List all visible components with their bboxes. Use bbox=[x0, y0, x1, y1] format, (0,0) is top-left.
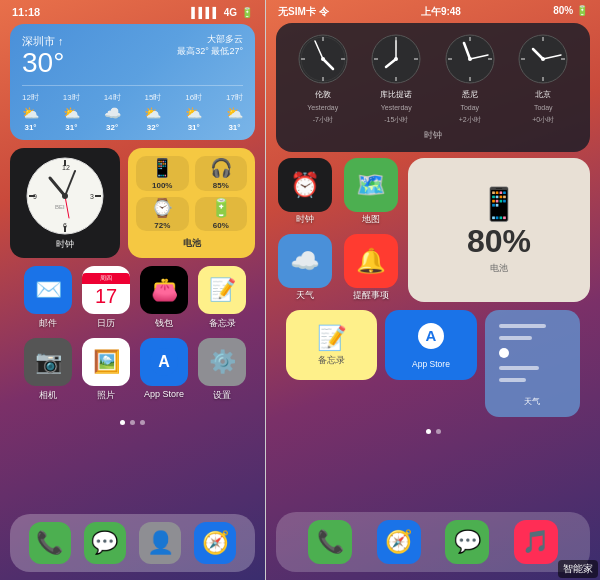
notes-widget-right[interactable]: 📝 备忘录 bbox=[286, 310, 377, 380]
dot-right-2 bbox=[436, 429, 441, 434]
svg-point-40 bbox=[468, 57, 472, 61]
weather-lines-widget-right[interactable]: 天气 bbox=[485, 310, 580, 417]
app-label-camera: 相机 bbox=[39, 389, 57, 402]
weather-line-2 bbox=[499, 336, 566, 340]
dock-right: 📞 🧭 💬 🎵 bbox=[276, 512, 590, 572]
app-camera[interactable]: 📷 相机 bbox=[24, 338, 72, 402]
dock-icon-phone-right: 📞 bbox=[308, 520, 352, 564]
battery-label-right: 电池 bbox=[490, 262, 508, 275]
notes-icon-right: 📝 bbox=[317, 324, 347, 352]
appstore-widget-right[interactable]: A App Store bbox=[385, 310, 476, 380]
dot-right-1 bbox=[426, 429, 431, 434]
forecast-14: 14时 ☁️ 32° bbox=[104, 92, 121, 132]
weather-lines-label: 天气 bbox=[495, 396, 570, 407]
app-reminders-right[interactable]: 🔔 提醒事项 bbox=[342, 234, 400, 302]
app-wallet[interactable]: 👛 钱包 bbox=[140, 266, 188, 330]
svg-text:BEI: BEI bbox=[55, 204, 65, 210]
app-calendar[interactable]: 周四 17 日历 bbox=[82, 266, 130, 330]
svg-text:A: A bbox=[426, 327, 437, 344]
app-label-appstore-left: App Store bbox=[144, 389, 184, 399]
app-label-mail: 邮件 bbox=[39, 317, 57, 330]
london-name: 伦敦 bbox=[315, 89, 331, 100]
svg-text:12: 12 bbox=[62, 164, 70, 171]
weather-temp: 30° bbox=[22, 49, 64, 77]
weather-desc: 大部多云最高32° 最低27° bbox=[177, 34, 243, 57]
carrier-right: 无SIM卡 令 bbox=[278, 5, 329, 19]
forecast-13: 13时 ⛅ 31° bbox=[63, 92, 80, 132]
appstore-label-right: App Store bbox=[412, 359, 450, 369]
right-app-section: ⏰ 时钟 ☁️ 天气 🗺️ 地图 🔔 提醒事项 bbox=[266, 158, 600, 417]
clock-widget-left[interactable]: 12 3 6 9 BEI 时钟 bbox=[10, 148, 120, 258]
clock-london: 伦敦 Yesterday -7小时 bbox=[297, 33, 349, 125]
app-label-notes-left: 备忘录 bbox=[209, 317, 236, 330]
app-icon-photos: 🖼️ bbox=[82, 338, 130, 386]
app-maps-right[interactable]: 🗺️ 地图 bbox=[342, 158, 400, 226]
battery-item-earbuds: 🎧 85% bbox=[195, 156, 248, 191]
clock-sydney: 悉尼 Today +2小时 bbox=[444, 33, 496, 125]
time-right: 上午9:48 bbox=[421, 5, 461, 19]
dock-icon-messages-left: 💬 bbox=[84, 522, 126, 564]
page-dots-right bbox=[266, 425, 600, 438]
dock-icon-contacts-left: 👤 bbox=[139, 522, 181, 564]
page-dots-left bbox=[0, 416, 265, 429]
clock-face-beijing bbox=[517, 33, 569, 85]
app-notes-left[interactable]: 📝 备忘录 bbox=[198, 266, 246, 330]
sydney-name: 悉尼 bbox=[462, 89, 478, 100]
app-photos[interactable]: 🖼️ 照片 bbox=[82, 338, 130, 402]
app-settings[interactable]: ⚙️ 设置 bbox=[198, 338, 246, 402]
app-icon-clock-right: ⏰ bbox=[278, 158, 332, 212]
battery-widget-left[interactable]: 📱 100% 🎧 85% ⌚ 72% 🔋 60% 电池 bbox=[128, 148, 255, 258]
dock-messages-left[interactable]: 💬 bbox=[84, 522, 126, 564]
app-icon-notes-left: 📝 bbox=[198, 266, 246, 314]
dock-phone-left[interactable]: 📞 bbox=[29, 522, 71, 564]
phone-left: 11:18 ▌▌▌▌ 4G 🔋 深圳市 ↑ 30° 大部多云最高32° 最低27… bbox=[0, 0, 265, 580]
status-icons-left: ▌▌▌▌ 4G 🔋 bbox=[191, 7, 253, 18]
dock-icon-music-right: 🎵 bbox=[514, 520, 558, 564]
app-clock-right[interactable]: ⏰ 时钟 bbox=[276, 158, 334, 226]
weather-line-1 bbox=[499, 324, 566, 328]
app-label-calendar: 日历 bbox=[97, 317, 115, 330]
dock-icon-messages-right: 💬 bbox=[445, 520, 489, 564]
app-mail[interactable]: ✉️ 邮件 bbox=[24, 266, 72, 330]
london-diff: -7小时 bbox=[313, 115, 333, 125]
mini-apps-left: ⏰ 时钟 ☁️ 天气 bbox=[276, 158, 334, 302]
clock-widget-large-right[interactable]: 伦敦 Yesterday -7小时 库比提诺 Yesterd bbox=[276, 23, 590, 152]
dock-messages-right[interactable]: 💬 bbox=[445, 520, 489, 564]
dock-left: 📞 💬 👤 🧭 bbox=[10, 514, 255, 572]
battery-item-watch: ⌚ 72% bbox=[136, 197, 189, 232]
weather-widget-left[interactable]: 深圳市 ↑ 30° 大部多云最高32° 最低27° 12时 ⛅ 31° 13时 … bbox=[10, 24, 255, 140]
widget-row-clock-battery: 12 3 6 9 BEI 时钟 bbox=[10, 148, 255, 258]
dot-1 bbox=[120, 420, 125, 425]
dock-contacts-left[interactable]: 👤 bbox=[139, 522, 181, 564]
app-weather-right[interactable]: ☁️ 天气 bbox=[276, 234, 334, 302]
forecast-17: 17时 ⛅ 31° bbox=[226, 92, 243, 132]
battery-icon-left: 🔋 bbox=[241, 7, 253, 18]
svg-text:A: A bbox=[158, 353, 170, 370]
weather-line-dot-row bbox=[499, 348, 566, 358]
dock-icon-safari-left: 🧭 bbox=[194, 522, 236, 564]
clock-face-left: 12 3 6 9 BEI bbox=[25, 156, 105, 236]
weather-line-4 bbox=[499, 378, 566, 382]
status-bar-right: 无SIM卡 令 上午9:48 80% 🔋 bbox=[266, 0, 600, 21]
signal-icon: ▌▌▌▌ bbox=[191, 7, 219, 18]
cupertino-diff: -15小时 bbox=[384, 115, 408, 125]
sydney-sub: Today bbox=[460, 104, 479, 111]
dock-safari-left[interactable]: 🧭 bbox=[194, 522, 236, 564]
status-bar-left: 11:18 ▌▌▌▌ 4G 🔋 bbox=[0, 0, 265, 20]
app-label-reminders-right: 提醒事项 bbox=[353, 290, 389, 302]
dock-phone-right[interactable]: 📞 bbox=[308, 520, 352, 564]
dock-music-right[interactable]: 🎵 bbox=[514, 520, 558, 564]
svg-text:3: 3 bbox=[90, 193, 94, 200]
app-grid-left-row2: 📷 相机 🖼️ 照片 A App Store ⚙️ 设置 bbox=[10, 338, 255, 410]
appstore-icon-right: A bbox=[417, 322, 445, 356]
right-bottom-row: 📝 备忘录 A App Store bbox=[276, 310, 590, 417]
app-icon-calendar: 周四 17 bbox=[82, 266, 130, 314]
battery-phone-icon-right: 📱 bbox=[479, 185, 519, 223]
dot-3 bbox=[140, 420, 145, 425]
battery-big-widget-right[interactable]: 📱 80% 电池 bbox=[408, 158, 590, 302]
dock-safari-right[interactable]: 🧭 bbox=[377, 520, 421, 564]
svg-point-12 bbox=[62, 193, 68, 199]
app-icon-reminders-right: 🔔 bbox=[344, 234, 398, 288]
phone-right: 无SIM卡 令 上午9:48 80% 🔋 bbox=[265, 0, 600, 580]
app-appstore-left[interactable]: A App Store bbox=[140, 338, 188, 402]
